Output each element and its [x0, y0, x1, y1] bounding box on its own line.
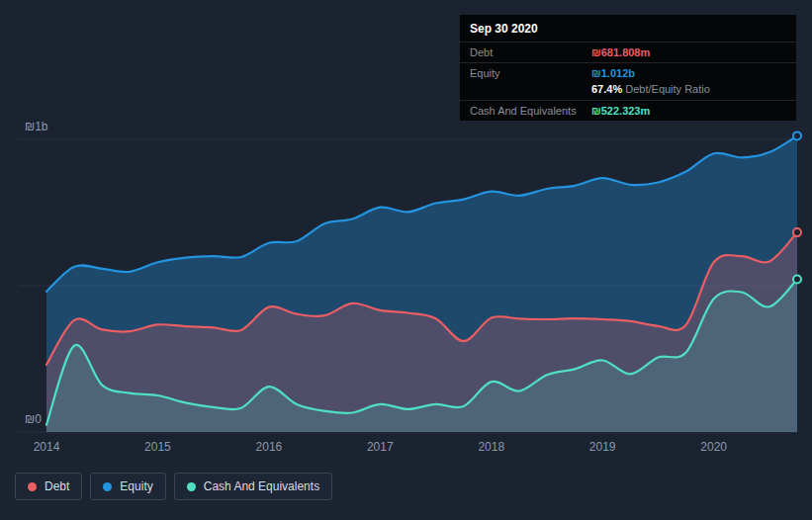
legend-label: Cash And Equivalents [204, 480, 319, 492]
legend-label: Equity [120, 480, 152, 492]
tooltip-date: Sep 30 2020 [460, 15, 796, 43]
legend-pill-debt[interactable]: Debt [15, 473, 82, 500]
x-axis-label: 2019 [589, 440, 616, 454]
tooltip-ratio-value: 67.4% Debt/Equity Ratio [591, 83, 710, 95]
equity-legend-dot-icon [103, 482, 112, 491]
tooltip-debt-label: Debt [470, 46, 591, 58]
legend-pill-equity[interactable]: Equity [90, 473, 165, 500]
cash-legend-dot-icon [187, 482, 196, 491]
tooltip-equity-value: ₪1.012b [591, 67, 635, 79]
x-axis-label: 2018 [478, 440, 504, 454]
y-axis-label: ₪1b [25, 120, 48, 133]
legend-pill-cash[interactable]: Cash And Equivalents [174, 473, 332, 500]
ratio-percent: 67.4% [591, 83, 622, 95]
tooltip-equity-label: Equity [470, 67, 591, 79]
x-axis-label: 2015 [144, 440, 171, 454]
debt-legend-dot-icon [28, 482, 37, 491]
ratio-caption: Debt/Equity Ratio [622, 83, 710, 95]
x-axis-label: 2014 [34, 440, 60, 454]
debt-endpoint-marker [793, 228, 801, 236]
chart-tooltip: Sep 30 2020 Debt ₪681.808m Equity ₪1.012… [460, 15, 796, 121]
x-axis-label: 2017 [367, 440, 394, 454]
tooltip-debt-value: ₪681.808m [591, 46, 650, 58]
tooltip-ratio-row: 67.4% Debt/Equity Ratio [460, 83, 796, 101]
tooltip-cash-label: Cash And Equivalents [470, 105, 591, 117]
tooltip-equity-row: Equity ₪1.012b [460, 63, 796, 83]
x-axis-label: 2020 [700, 440, 727, 454]
legend-label: Debt [45, 480, 69, 492]
cash-endpoint-marker [793, 276, 801, 284]
debt-equity-history-panel: ₪1b₪02014201520162017201820192020 Sep 30… [0, 0, 812, 520]
equity-endpoint-marker [793, 131, 801, 139]
tooltip-debt-row: Debt ₪681.808m [460, 43, 796, 63]
tooltip-cash-row: Cash And Equivalents ₪522.323m [460, 101, 796, 121]
x-axis-label: 2016 [256, 440, 283, 454]
y-axis-label: ₪0 [25, 412, 42, 426]
tooltip-cash-value: ₪522.323m [591, 105, 650, 117]
legend: DebtEquityCash And Equivalents [15, 473, 332, 500]
